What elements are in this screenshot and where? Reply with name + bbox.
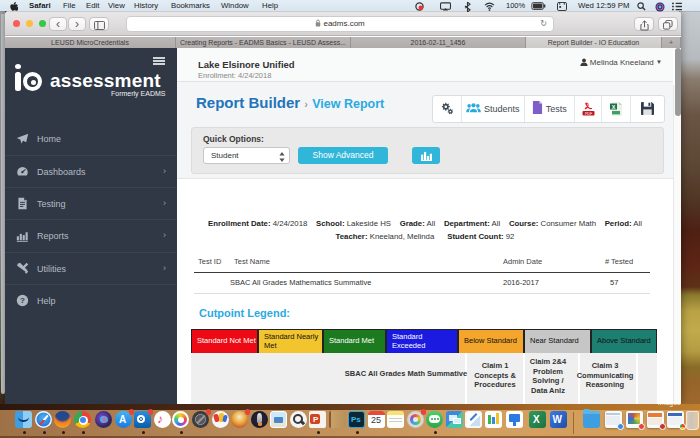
svg-text:X: X [612,104,616,110]
svg-text:?: ? [20,296,25,305]
svg-text:PDF: PDF [584,112,592,116]
